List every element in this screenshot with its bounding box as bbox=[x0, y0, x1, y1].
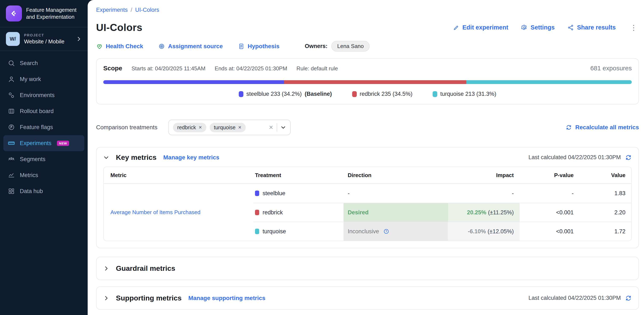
board-columns-icon bbox=[8, 107, 15, 115]
metric-name-link[interactable]: Average Number of Items Purchased bbox=[110, 209, 200, 216]
chip-label: turquoise bbox=[214, 124, 236, 131]
column-header-treatment: Treatment bbox=[253, 172, 344, 179]
title-row: UI-Colors Edit experiment Settings bbox=[96, 22, 639, 33]
help-question-icon[interactable]: ? bbox=[383, 229, 389, 234]
scope-rule: Rule: default rule bbox=[296, 65, 338, 72]
refresh-icon[interactable] bbox=[625, 154, 632, 161]
chip-label: redbrick bbox=[177, 124, 196, 131]
legend-baseline-tag: (Baseline) bbox=[305, 91, 332, 97]
header-actions: Edit experiment Settings Share results ⋮ bbox=[453, 23, 639, 32]
sidebar-item-data-hub[interactable]: Data hub bbox=[3, 183, 84, 199]
ends-value: 04/22/2025 01:30PM bbox=[236, 65, 287, 72]
impact-cell: - bbox=[448, 184, 520, 203]
sidebar-item-label: Segments bbox=[20, 156, 46, 163]
legend-swatch bbox=[239, 91, 244, 97]
treatment-swatch bbox=[255, 191, 259, 196]
breadcrumb-current-link[interactable]: UI-Colors bbox=[135, 7, 159, 13]
legend-swatch bbox=[352, 91, 357, 97]
column-header-value: Value bbox=[580, 172, 631, 179]
table-header-row: Metric Treatment Direction Impact P-valu… bbox=[104, 167, 631, 184]
treatment-rows: steelblue - - - 1.83 redbrick bbox=[253, 184, 631, 241]
pvalue-cell: <0.001 bbox=[520, 203, 580, 222]
manage-supporting-metrics-link[interactable]: Manage supporting metrics bbox=[188, 295, 266, 302]
treatment-cell: turquoise bbox=[253, 222, 344, 241]
direction-text: - bbox=[348, 190, 350, 197]
product-name: Feature Management and Experimentation bbox=[26, 6, 82, 20]
sidebar-item-label: Feature flags bbox=[20, 124, 53, 131]
sidebar-item-environments[interactable]: Environments bbox=[3, 87, 84, 103]
sidebar-item-feature-flags[interactable]: Feature flags bbox=[3, 119, 84, 135]
hypothesis-link[interactable]: Hypothesis bbox=[238, 43, 280, 50]
collapse-chevron-right-icon[interactable] bbox=[103, 295, 109, 301]
column-header-pvalue: P-value bbox=[520, 172, 580, 179]
treatment-chip-redbrick[interactable]: redbrick ✕ bbox=[173, 123, 206, 132]
impact-value: - bbox=[512, 190, 514, 197]
treatment-cell: steelblue bbox=[253, 184, 344, 203]
treatment-name: steelblue bbox=[262, 190, 285, 197]
impact-confidence-interval: (±12.05%) bbox=[488, 228, 514, 235]
project-eyebrow: PROJECT bbox=[24, 33, 72, 37]
sidebar-item-search[interactable]: Search bbox=[3, 55, 84, 71]
sidebar-item-label: Metrics bbox=[20, 172, 38, 179]
share-results-label: Share results bbox=[577, 24, 616, 31]
sidebar-item-label: Search bbox=[20, 60, 38, 66]
remove-chip-icon[interactable]: ✕ bbox=[238, 125, 242, 130]
page-title: UI-Colors bbox=[96, 22, 142, 33]
sidebar-item-rollout-board[interactable]: Rollout board bbox=[3, 103, 84, 119]
sidebar-item-segments[interactable]: Segments bbox=[3, 151, 84, 167]
legend-item-redbrick: redbrick 235 (34.5%) bbox=[352, 91, 412, 97]
select-divider bbox=[277, 123, 277, 132]
scope-title: Scope bbox=[103, 65, 122, 72]
settings-button[interactable]: Settings bbox=[521, 24, 555, 31]
rule-label: Rule: bbox=[296, 65, 309, 72]
sidebar-item-experiments[interactable]: Experiments NEW bbox=[3, 135, 84, 151]
direction-text: Inconclusive bbox=[348, 228, 379, 235]
legend-label: turquoise 213 (31.3%) bbox=[440, 91, 496, 97]
split-logo-icon bbox=[6, 5, 22, 21]
comparison-treatments-label: Comparison treatments bbox=[96, 124, 158, 131]
heart-check-icon bbox=[96, 43, 103, 50]
comparison-treatments-select[interactable]: redbrick ✕ turquoise ✕ ✕ bbox=[168, 120, 290, 135]
supporting-metrics-title: Supporting metrics bbox=[116, 294, 182, 302]
sidebar-item-label: Experiments bbox=[20, 140, 52, 147]
legend-item-turquoise: turquoise 213 (31.3%) bbox=[433, 91, 496, 97]
comparison-row: Comparison treatments redbrick ✕ turquoi… bbox=[96, 120, 639, 135]
hypothesis-label: Hypothesis bbox=[248, 43, 280, 50]
distribution-segment-steelblue bbox=[103, 80, 284, 84]
share-results-button[interactable]: Share results bbox=[567, 24, 616, 31]
impact-value: 20.25% bbox=[467, 209, 486, 216]
edit-experiment-button[interactable]: Edit experiment bbox=[453, 24, 508, 31]
direction-cell: Desired bbox=[344, 203, 448, 222]
scope-ends: Ends at: 04/22/2025 01:30PM bbox=[215, 65, 287, 72]
svg-text:?: ? bbox=[386, 230, 387, 233]
gear-icon bbox=[521, 24, 528, 31]
breadcrumb-parent-link[interactable]: Experiments bbox=[96, 7, 128, 13]
owner-chip[interactable]: Lena Sano bbox=[331, 41, 370, 52]
value-cell: 1.72 bbox=[580, 222, 631, 241]
collapse-chevron-right-icon[interactable] bbox=[103, 266, 109, 272]
value-cell: 1.83 bbox=[580, 184, 631, 203]
refresh-icon[interactable] bbox=[625, 295, 632, 302]
assignment-source-link[interactable]: Assignment source bbox=[158, 43, 223, 50]
guardrail-metrics-title: Guardrail metrics bbox=[116, 264, 175, 273]
impact-cell: -6.10% (±12.05%) bbox=[448, 222, 520, 241]
remove-chip-icon[interactable]: ✕ bbox=[198, 125, 202, 130]
chevron-down-icon[interactable] bbox=[280, 125, 286, 130]
health-check-link[interactable]: Health Check bbox=[96, 43, 143, 50]
recalculate-all-metrics-button[interactable]: Recalculate all metrics bbox=[566, 124, 639, 131]
impact-value: -6.10% bbox=[468, 228, 486, 235]
new-badge: NEW bbox=[57, 141, 69, 146]
sidebar-item-my-work[interactable]: My work bbox=[3, 71, 84, 87]
manage-key-metrics-link[interactable]: Manage key metrics bbox=[163, 154, 219, 161]
supporting-metrics-meta: Last calculated 04/22/2025 01:30PM bbox=[528, 295, 632, 302]
sidebar-item-metrics[interactable]: Metrics bbox=[3, 167, 84, 183]
project-switcher[interactable]: W/ PROJECT Website / Mobile bbox=[0, 27, 88, 51]
key-metrics-header: Key metrics Manage key metrics Last calc… bbox=[103, 153, 632, 162]
owners: Owners: Lena Sano bbox=[305, 41, 370, 52]
direction-cell: Inconclusive ? bbox=[344, 222, 448, 241]
treatment-chip-turquoise[interactable]: turquoise ✕ bbox=[210, 123, 246, 132]
more-options-button[interactable]: ⋮ bbox=[628, 23, 639, 32]
guardrail-metrics-section: Guardrail metrics bbox=[96, 257, 639, 280]
collapse-chevron-down-icon[interactable] bbox=[103, 155, 109, 160]
clear-selection-icon[interactable]: ✕ bbox=[269, 124, 273, 131]
